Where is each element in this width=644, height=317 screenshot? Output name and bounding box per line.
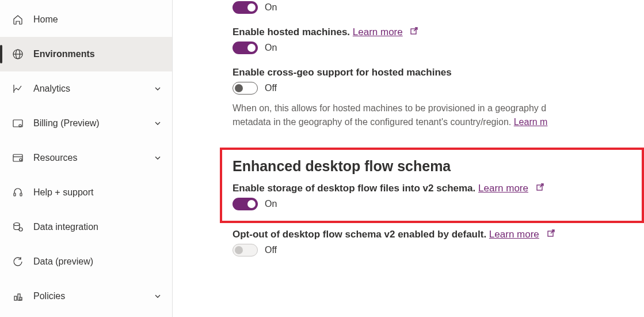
svg-rect-6	[14, 193, 16, 196]
toggle-state-label: On	[265, 2, 277, 13]
chevron-down-icon	[154, 119, 162, 127]
crossgeo-description: When on, this allows for hosted machines…	[233, 101, 644, 129]
learn-more-link[interactable]: Learn m	[514, 117, 548, 127]
headset-icon	[10, 187, 25, 198]
svg-rect-7	[20, 193, 22, 196]
data-refresh-icon	[10, 256, 25, 267]
sidebar-item-datapreview[interactable]: Data (preview)	[0, 244, 172, 279]
svg-rect-12	[20, 297, 22, 300]
sidebar-item-label: Analytics	[33, 84, 154, 94]
sidebar-item-analytics[interactable]: Analytics	[0, 71, 172, 106]
sidebar-item-help[interactable]: Help + support	[0, 175, 172, 210]
toggle-state-label: Off	[265, 83, 277, 93]
policies-icon	[10, 290, 25, 302]
sidebar-item-policies[interactable]: Policies	[0, 279, 172, 314]
svg-point-9	[19, 228, 22, 231]
billing-icon	[10, 118, 25, 129]
learn-more-link[interactable]: Learn more	[353, 27, 403, 37]
home-icon	[10, 14, 25, 25]
highlighted-schema-section: Enhanced desktop flow schema Enable stor…	[220, 148, 644, 223]
learn-more-link[interactable]: Learn more	[489, 229, 539, 240]
globe-icon	[10, 48, 25, 60]
setting-schema-title: Enable storage of desktop flow files int…	[233, 183, 631, 194]
sidebar-item-label: Environments	[33, 49, 162, 59]
toggle-state-label: On	[265, 43, 277, 53]
toggle-crossgeo[interactable]	[233, 82, 258, 95]
sidebar-item-dataintegration[interactable]: Data integration	[0, 210, 172, 244]
learn-more-link[interactable]: Learn more	[478, 183, 528, 194]
external-link-icon	[536, 184, 544, 193]
external-link-icon	[410, 28, 418, 37]
main-content: On Enable hosted machines. Learn more On…	[173, 0, 644, 317]
sidebar-item-billing[interactable]: Billing (Preview)	[0, 106, 172, 141]
analytics-icon	[10, 83, 25, 95]
sidebar-item-label: Data (preview)	[33, 256, 162, 267]
sidebar: Home Environments Analytics Billing (Pre…	[0, 0, 173, 317]
resources-icon	[10, 152, 25, 164]
setting-crossgeo-title: Enable cross-geo support for hosted mach…	[233, 67, 644, 78]
toggle-setting-1[interactable]	[233, 1, 258, 14]
toggle-hosted[interactable]	[233, 41, 258, 54]
sidebar-item-environments[interactable]: Environments	[0, 37, 172, 71]
schema-heading: Enhanced desktop flow schema	[233, 158, 631, 175]
external-link-icon	[547, 231, 555, 239]
sidebar-item-home[interactable]: Home	[0, 2, 172, 37]
chevron-down-icon	[154, 154, 162, 162]
setting-optout-title: Opt-out of desktop flow schema v2 enable…	[233, 229, 644, 240]
setting-hosted-title: Enable hosted machines. Learn more	[233, 27, 644, 38]
svg-rect-10	[14, 296, 17, 300]
sidebar-item-resources[interactable]: Resources	[0, 141, 172, 175]
sidebar-item-label: Resources	[33, 153, 154, 163]
chevron-down-icon	[154, 85, 162, 93]
chevron-down-icon	[154, 292, 162, 300]
data-integration-icon	[10, 221, 25, 233]
toggle-schema[interactable]	[233, 198, 258, 210]
toggle-optout	[233, 244, 258, 256]
sidebar-item-label: Billing (Preview)	[33, 118, 154, 129]
svg-point-8	[14, 223, 20, 226]
svg-point-5	[20, 158, 22, 161]
toggle-state-label: On	[265, 199, 277, 209]
sidebar-item-label: Data integration	[33, 222, 162, 232]
toggle-state-label: Off	[265, 245, 277, 255]
sidebar-item-label: Policies	[33, 291, 154, 301]
sidebar-item-label: Home	[33, 14, 162, 25]
sidebar-item-label: Help + support	[33, 187, 162, 198]
